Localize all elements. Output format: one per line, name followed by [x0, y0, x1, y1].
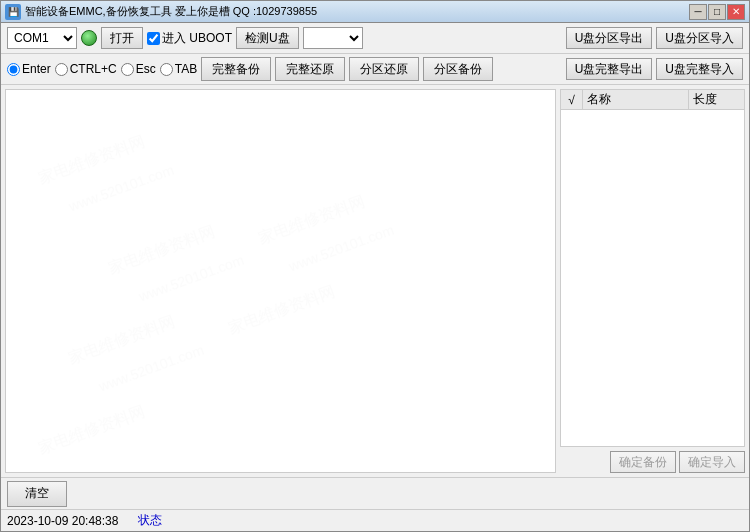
- watermark: 家电维修资料网 www.520101.com 家电维修资料网 www.52010…: [6, 90, 555, 472]
- toolbar-row2: Enter CTRL+C Esc TAB 完整备份 完整还原 分区还原 分区备份…: [1, 54, 749, 85]
- export-partition-button[interactable]: U盘分区导出: [566, 27, 653, 49]
- full-restore-button[interactable]: 完整还原: [275, 57, 345, 81]
- main-window: 💾 智能设备EMMC,备份恢复工具 爱上你是槽 QQ :1029739855 ─…: [0, 0, 750, 532]
- datetime-text: 2023-10-09 20:48:38: [7, 514, 118, 528]
- confirm-import-button[interactable]: 确定导入: [679, 451, 745, 473]
- partition-table-header: √ 名称 长度: [561, 90, 744, 110]
- status-label: 状态: [138, 512, 162, 529]
- connection-indicator: [81, 30, 97, 46]
- radio-ctrlc[interactable]: [55, 63, 68, 76]
- radio-enter[interactable]: [7, 63, 20, 76]
- status-bar: 2023-10-09 20:48:38 状态: [1, 509, 749, 531]
- partition-table: √ 名称 长度: [560, 89, 745, 447]
- radio-esc[interactable]: [121, 63, 134, 76]
- export-full-button[interactable]: U盘完整导出: [566, 58, 653, 80]
- partition-table-body: [561, 110, 744, 446]
- confirm-backup-button[interactable]: 确定备份: [610, 451, 676, 473]
- title-bar: 💾 智能设备EMMC,备份恢复工具 爱上你是槽 QQ :1029739855 ─…: [1, 1, 749, 23]
- radio-ctrlc-label[interactable]: CTRL+C: [55, 62, 117, 76]
- com-port-select[interactable]: COM1: [7, 27, 77, 49]
- main-content: 家电维修资料网 www.520101.com 家电维修资料网 www.52010…: [1, 85, 749, 477]
- bottom-bar: 清空: [1, 477, 749, 509]
- radio-enter-label[interactable]: Enter: [7, 62, 51, 76]
- radio-tab[interactable]: [160, 63, 173, 76]
- app-icon: 💾: [5, 4, 21, 20]
- window-controls: ─ □ ✕: [689, 4, 745, 20]
- detect-u-button[interactable]: 检测U盘: [236, 27, 299, 49]
- col-check-header: √: [561, 90, 583, 109]
- clear-button[interactable]: 清空: [7, 481, 67, 507]
- partition-restore-button[interactable]: 分区还原: [349, 57, 419, 81]
- close-button[interactable]: ✕: [727, 4, 745, 20]
- u-disk-select[interactable]: [303, 27, 363, 49]
- toolbar-row1: COM1 打开 进入 UBOOT 检测U盘 U盘分区导出 U盘分区导入: [1, 23, 749, 54]
- minimize-button[interactable]: ─: [689, 4, 707, 20]
- radio-esc-label[interactable]: Esc: [121, 62, 156, 76]
- bottom-right-buttons: 确定备份 确定导入: [560, 451, 745, 473]
- title-text: 智能设备EMMC,备份恢复工具 爱上你是槽 QQ :1029739855: [25, 4, 689, 19]
- col-size-header: 长度: [689, 90, 744, 109]
- full-backup-button[interactable]: 完整备份: [201, 57, 271, 81]
- right-panel: √ 名称 长度 确定备份 确定导入: [560, 89, 745, 473]
- import-partition-button[interactable]: U盘分区导入: [656, 27, 743, 49]
- partition-backup-button[interactable]: 分区备份: [423, 57, 493, 81]
- open-button[interactable]: 打开: [101, 27, 143, 49]
- terminal-area[interactable]: 家电维修资料网 www.520101.com 家电维修资料网 www.52010…: [5, 89, 556, 473]
- enter-uboot-checkbox-label[interactable]: 进入 UBOOT: [147, 30, 232, 47]
- enter-uboot-checkbox[interactable]: [147, 32, 160, 45]
- maximize-button[interactable]: □: [708, 4, 726, 20]
- radio-tab-label[interactable]: TAB: [160, 62, 197, 76]
- import-full-button[interactable]: U盘完整导入: [656, 58, 743, 80]
- col-name-header: 名称: [583, 90, 689, 109]
